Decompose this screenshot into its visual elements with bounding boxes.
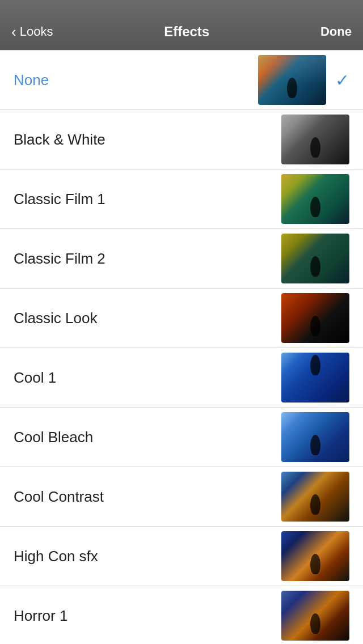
effect-row-coolcontrast[interactable]: Cool Contrast✓ <box>0 467 363 527</box>
effect-label-coolcontrast: Cool Contrast <box>14 488 281 506</box>
effect-row-bw[interactable]: Black & White✓ <box>0 110 363 170</box>
effects-list: None✓Black & White✓Classic Film 1✓Classi… <box>0 50 363 644</box>
effect-thumbnail-coolbleach <box>281 412 349 462</box>
checkmark-none: ✓ <box>335 70 349 90</box>
effect-row-horror[interactable]: Horror 1✓ <box>0 586 363 644</box>
effect-label-cool1: Cool 1 <box>14 369 281 387</box>
effect-label-film1: Classic Film 1 <box>14 190 281 208</box>
effect-row-none[interactable]: None✓ <box>0 50 363 110</box>
done-button[interactable]: Done <box>320 24 352 39</box>
effect-thumbnail-classiclook <box>281 293 349 343</box>
chevron-left-icon: ‹ <box>11 24 16 39</box>
effect-row-film1[interactable]: Classic Film 1✓ <box>0 170 363 229</box>
back-label: Looks <box>20 24 53 39</box>
effect-label-classiclook: Classic Look <box>14 310 281 327</box>
effect-thumbnail-cool1 <box>281 353 349 402</box>
effect-thumbnail-film1 <box>281 174 349 224</box>
effect-thumbnail-none <box>258 55 326 105</box>
page-title: Effects <box>164 24 209 40</box>
back-button[interactable]: ‹ Looks <box>11 24 53 39</box>
effect-row-cool1[interactable]: Cool 1✓ <box>0 348 363 408</box>
effect-label-film2: Classic Film 2 <box>14 250 281 268</box>
effect-row-classiclook[interactable]: Classic Look✓ <box>0 289 363 348</box>
effect-label-bw: Black & White <box>14 131 281 149</box>
effect-row-coolbleach[interactable]: Cool Bleach✓ <box>0 408 363 467</box>
effect-row-highcon[interactable]: High Con sfx✓ <box>0 527 363 586</box>
effect-thumbnail-coolcontrast <box>281 472 349 522</box>
effect-row-film2[interactable]: Classic Film 2✓ <box>0 229 363 289</box>
effect-label-highcon: High Con sfx <box>14 548 281 565</box>
effect-thumbnail-bw <box>281 115 349 164</box>
navigation-bar: ‹ Looks Effects Done <box>0 0 363 50</box>
effect-thumbnail-film2 <box>281 234 349 283</box>
effect-thumbnail-horror <box>281 591 349 641</box>
effect-label-coolbleach: Cool Bleach <box>14 429 281 446</box>
effect-label-none: None <box>14 71 258 89</box>
effect-thumbnail-highcon <box>281 531 349 581</box>
effect-label-horror: Horror 1 <box>14 607 281 625</box>
